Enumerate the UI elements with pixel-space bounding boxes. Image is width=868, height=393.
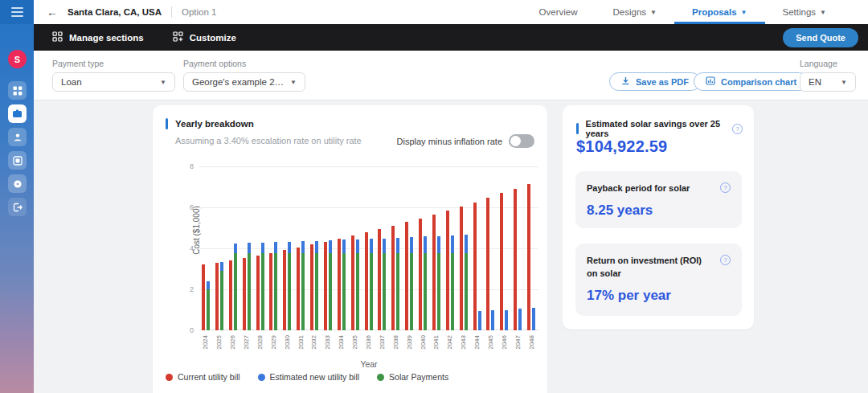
back-arrow-icon[interactable]: ←: [47, 6, 58, 18]
x-tick-label: 2039: [406, 335, 414, 362]
save-as-pdf-label: Save as PDF: [636, 77, 689, 87]
y-tick-label: 0: [178, 326, 194, 334]
x-tick-label: 2043: [460, 335, 468, 362]
bar-estimated-new-utility-bill: [478, 311, 481, 330]
bar-estimated-new-utility-bill: [396, 238, 399, 253]
bar-current-utility-bill: [283, 250, 286, 330]
bar-group-2046: [497, 166, 511, 330]
legend-label: Current utility bill: [178, 372, 240, 382]
bar-current-utility-bill: [202, 264, 205, 330]
bar-solar-payments: [261, 253, 264, 330]
sidebar-item-sections[interactable]: [8, 151, 27, 170]
customize-button[interactable]: Customize: [173, 31, 236, 43]
x-tick-label: 2028: [256, 335, 264, 362]
legend-label: Estimated new utility bill: [270, 372, 359, 382]
chart-title: Yearly breakdown: [175, 119, 254, 129]
roi-label: Return on investment (ROI) on solar: [587, 255, 714, 280]
x-tick-label: 2034: [338, 335, 346, 362]
bar-current-utility-bill: [269, 253, 272, 330]
comparison-chart-label: Comparison chart: [721, 77, 796, 87]
bar-group-2033: [321, 166, 335, 330]
bar-solar-payments: [465, 253, 468, 330]
avatar[interactable]: S: [8, 50, 27, 68]
legend-dot: [166, 374, 173, 381]
bar-group-2043: [457, 166, 471, 330]
customize-label: Customize: [190, 33, 236, 43]
sidebar-item-proposal[interactable]: [8, 104, 27, 123]
nav-tab-proposals[interactable]: Proposals▼: [674, 0, 765, 24]
chart-legend: Current utility billEstimated new utilit…: [166, 372, 448, 382]
comparison-chart-button[interactable]: Comparison chart: [694, 72, 809, 91]
bar-estimated-new-utility-bill: [261, 243, 264, 254]
chat-bubble-icon: [13, 179, 23, 189]
logout-icon: [13, 203, 23, 212]
bar-estimated-new-utility-bill: [207, 281, 210, 289]
bar-current-utility-bill: [324, 242, 327, 330]
bar-group-2026: [227, 166, 240, 330]
payment-options-select[interactable]: George's example 20 Year... ▼: [183, 72, 305, 92]
bar-group-2038: [389, 166, 403, 330]
bar-current-utility-bill: [229, 260, 232, 330]
nav-tab-overview[interactable]: Overview: [522, 0, 596, 24]
bar-current-utility-bill: [527, 184, 530, 330]
nav-tab-designs[interactable]: Designs▼: [596, 0, 674, 24]
x-tick-label: 2042: [446, 335, 454, 362]
bar-estimated-new-utility-bill: [383, 239, 386, 254]
proposal-content: Yearly breakdown Assuming a 3.40% escala…: [34, 100, 868, 393]
bar-estimated-new-utility-bill: [424, 236, 427, 253]
sidebar-item-exit[interactable]: [8, 198, 27, 216]
bar-group-2048: [525, 166, 538, 330]
bar-current-utility-bill: [365, 232, 368, 330]
bar-solar-payments: [288, 253, 291, 330]
bar-current-utility-bill: [405, 222, 408, 330]
y-tick-label: 2: [178, 285, 194, 293]
user-icon: [13, 133, 23, 142]
payment-type-select[interactable]: Loan ▼: [52, 72, 175, 92]
bar-group-2030: [280, 166, 294, 330]
sidebar-item-account[interactable]: [8, 128, 27, 146]
bar-solar-payments: [220, 271, 223, 330]
send-quote-button[interactable]: Send Quote: [783, 28, 858, 47]
bar-solar-payments: [274, 253, 277, 330]
savings-label: Estimated solar savings over 25 years: [586, 119, 723, 138]
y-tick-label: 4: [178, 244, 194, 252]
download-icon: [621, 76, 630, 87]
bar-solar-payments: [396, 253, 399, 330]
legend-item: Solar Payments: [377, 372, 448, 382]
sidebar-item-help[interactable]: [8, 174, 27, 193]
bar-group-2031: [294, 166, 308, 330]
help-icon[interactable]: ?: [732, 124, 743, 134]
help-icon[interactable]: ?: [720, 255, 731, 265]
bar-solar-payments: [424, 253, 427, 330]
bar-solar-payments: [329, 253, 332, 330]
x-tick-label: 2025: [215, 335, 223, 362]
bar-estimated-new-utility-bill: [274, 242, 277, 253]
manage-sections-label: Manage sections: [69, 33, 144, 43]
x-tick-label: 2035: [351, 335, 359, 362]
help-icon[interactable]: ?: [720, 182, 731, 193]
bar-current-utility-bill: [378, 229, 381, 330]
apps-grid-icon: [13, 86, 23, 96]
manage-sections-button[interactable]: Manage sections: [52, 31, 144, 43]
bar-group-2032: [308, 166, 321, 330]
save-as-pdf-button[interactable]: Save as PDF: [609, 72, 701, 91]
language-select[interactable]: EN ▼: [800, 72, 856, 92]
roi-card: Return on investment (ROI) on solar ? 17…: [575, 244, 742, 316]
y-tick-label: 6: [178, 203, 194, 211]
chevron-down-icon: ▼: [160, 79, 166, 86]
y-tick-label: 8: [178, 162, 194, 170]
layout-icon: [13, 156, 23, 166]
hamburger-menu-icon[interactable]: [0, 0, 34, 24]
x-tick-label: 2041: [432, 335, 440, 362]
language-value: EN: [809, 77, 821, 87]
bar-estimated-new-utility-bill: [234, 244, 237, 254]
bar-current-utility-bill: [500, 193, 503, 330]
payback-value: 8.25 years: [587, 203, 731, 219]
bar-estimated-new-utility-bill: [288, 242, 291, 254]
payment-options-label: Payment options: [183, 59, 305, 68]
sidebar-item-apps[interactable]: [8, 81, 27, 100]
bar-estimated-new-utility-bill: [437, 236, 440, 254]
inflation-toggle[interactable]: [509, 134, 534, 148]
payment-options-value: George's example 20 Year...: [192, 77, 284, 87]
nav-tab-settings[interactable]: Settings▼: [765, 0, 844, 24]
